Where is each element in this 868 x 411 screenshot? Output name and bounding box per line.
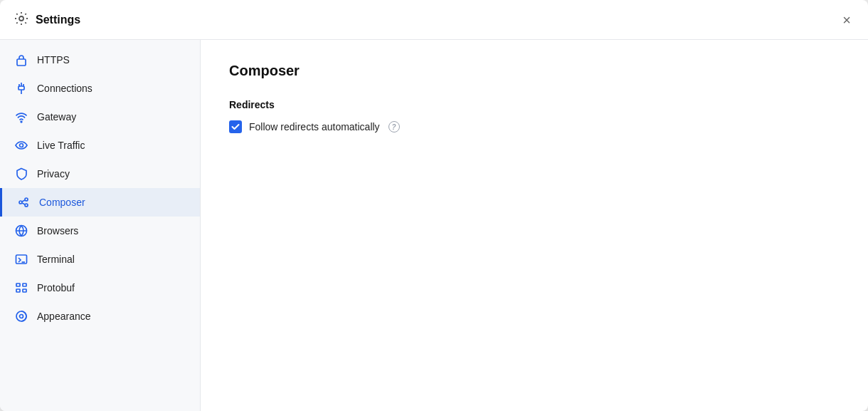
page-title: Composer [229, 63, 840, 79]
close-button[interactable]: × [840, 10, 854, 30]
sidebar: HTTPS Connections [0, 40, 201, 411]
svg-point-10 [25, 198, 28, 201]
sidebar-label-composer: Composer [39, 197, 186, 208]
svg-rect-15 [16, 255, 27, 264]
protobuf-icon [14, 281, 28, 295]
svg-rect-18 [23, 283, 26, 286]
svg-rect-20 [23, 289, 26, 292]
svg-point-0 [19, 16, 23, 21]
main-content: Composer Redirects Follow redirects auto… [201, 40, 868, 411]
svg-point-8 [20, 144, 23, 147]
svg-line-13 [22, 203, 25, 204]
sidebar-item-privacy[interactable]: Privacy [0, 160, 200, 188]
sidebar-item-connections[interactable]: Connections [0, 74, 200, 103]
body: HTTPS Connections [0, 40, 868, 411]
follow-redirects-checkbox[interactable] [229, 120, 242, 133]
sidebar-label-protobuf: Protobuf [37, 282, 186, 293]
sidebar-item-gateway[interactable]: Gateway [0, 103, 200, 131]
sidebar-label-https: HTTPS [37, 54, 186, 66]
sidebar-item-terminal[interactable]: Terminal [0, 245, 200, 274]
sidebar-label-live-traffic: Live Traffic [37, 140, 186, 151]
sidebar-label-connections: Connections [37, 83, 186, 94]
sidebar-item-browsers[interactable]: Browsers [0, 217, 200, 245]
help-icon[interactable]: ? [388, 121, 400, 132]
sidebar-label-appearance: Appearance [37, 311, 186, 322]
svg-rect-17 [16, 283, 20, 286]
lock-icon [14, 53, 28, 67]
sidebar-item-https[interactable]: HTTPS [0, 46, 200, 74]
sidebar-item-live-traffic[interactable]: Live Traffic [0, 131, 200, 160]
plug-icon [14, 81, 28, 95]
gear-icon [14, 11, 28, 28]
sidebar-label-gateway: Gateway [37, 111, 186, 123]
terminal-icon [14, 252, 28, 266]
composer-icon [16, 195, 31, 209]
shield-icon [14, 167, 28, 181]
redirects-section-label: Redirects [229, 99, 840, 110]
globe-icon [14, 224, 28, 238]
appearance-icon [14, 309, 28, 323]
sidebar-item-composer[interactable]: Composer [0, 188, 200, 217]
svg-point-7 [21, 121, 22, 123]
eye-icon [14, 138, 28, 152]
title-bar: Settings × [0, 0, 868, 40]
follow-redirects-row: Follow redirects automatically ? [229, 120, 840, 133]
svg-rect-19 [16, 289, 20, 292]
svg-point-9 [19, 201, 22, 204]
sidebar-label-terminal: Terminal [37, 254, 186, 265]
window-title: Settings [36, 14, 80, 26]
svg-rect-5 [18, 86, 24, 90]
sidebar-item-protobuf[interactable]: Protobuf [0, 274, 200, 302]
sidebar-label-browsers: Browsers [37, 225, 186, 236]
svg-point-22 [20, 315, 23, 318]
wifi-icon [14, 110, 28, 124]
title-bar-left: Settings [14, 11, 80, 28]
svg-rect-1 [17, 59, 26, 66]
sidebar-label-privacy: Privacy [37, 168, 186, 180]
settings-window: Settings × HTTPS [0, 0, 868, 411]
sidebar-item-appearance[interactable]: Appearance [0, 302, 200, 331]
follow-redirects-label: Follow redirects automatically [249, 121, 380, 132]
svg-point-11 [25, 204, 28, 207]
svg-line-12 [22, 200, 25, 202]
